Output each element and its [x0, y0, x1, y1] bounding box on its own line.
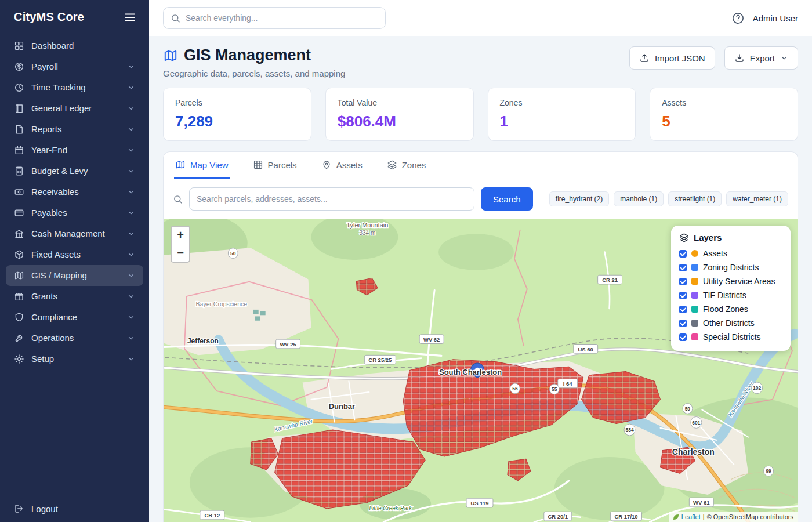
app-title: CityMS Core	[14, 10, 84, 24]
svg-text:CR 21: CR 21	[602, 277, 618, 283]
sidebar-item-payroll[interactable]: Payroll	[6, 56, 143, 77]
tab-map-view[interactable]: Map View	[174, 152, 230, 179]
svg-text:584: 584	[625, 427, 633, 433]
layer-swatch	[691, 306, 698, 313]
topbar: Admin User	[149, 0, 812, 36]
search-button[interactable]: Search	[481, 187, 533, 211]
tab-parcels[interactable]: Parcels	[252, 152, 298, 179]
svg-text:WV 62: WV 62	[423, 336, 440, 343]
chevron-down-icon	[127, 334, 135, 342]
svg-text:Tyler Mountain: Tyler Mountain	[346, 221, 388, 228]
sidebar: CityMS Core Dashboard Payroll Time Track…	[0, 0, 149, 522]
chip-manhole[interactable]: manhole (1)	[614, 191, 664, 206]
calculator-icon	[14, 166, 24, 176]
export-button[interactable]: Export	[724, 46, 798, 70]
sidebar-item-dashboard[interactable]: Dashboard	[6, 35, 143, 56]
checkbox-checked-icon[interactable]	[679, 292, 687, 299]
sidebar-item-year-end[interactable]: Year-End	[6, 140, 143, 161]
chip-streetlight[interactable]: streetlight (1)	[668, 191, 722, 206]
gear-icon	[14, 354, 24, 364]
download-icon	[734, 53, 745, 63]
layer-toggle-assets[interactable]: Assets	[679, 246, 782, 260]
sidebar-item-grants[interactable]: Grants	[6, 286, 143, 307]
global-search-input[interactable]	[186, 13, 378, 23]
checkbox-checked-icon[interactable]	[679, 250, 687, 258]
sidebar-item-cash-management[interactable]: Cash Management	[6, 223, 143, 244]
layer-toggle-flood-zones[interactable]: Flood Zones	[679, 302, 782, 316]
sidebar-item-reports[interactable]: Reports	[6, 119, 143, 140]
sidebar-item-general-ledger[interactable]: General Ledger	[6, 98, 143, 119]
layer-toggle-other-districts[interactable]: Other Districts	[679, 316, 782, 330]
sidebar-item-payables[interactable]: Payables	[6, 202, 143, 223]
leaflet-link[interactable]: Leaflet	[682, 513, 701, 520]
chip-fire-hydrant[interactable]: fire_hydrant (2)	[549, 191, 609, 206]
content: GIS Management Geographic data, parcels,…	[149, 36, 812, 522]
sidebar-item-setup[interactable]: Setup	[6, 349, 143, 369]
checkbox-checked-icon[interactable]	[679, 320, 687, 327]
svg-text:CR 20/1: CR 20/1	[548, 513, 568, 520]
page-subtitle: Geographic data, parcels, assets, and ma…	[163, 68, 345, 78]
svg-text:CR 12: CR 12	[204, 512, 220, 519]
zoom-out-button[interactable]: −	[172, 244, 189, 262]
asset-type-chips: fire_hydrant (2) manhole (1) streetlight…	[549, 191, 788, 206]
ledger-book-icon	[14, 103, 24, 114]
sidebar-item-time-tracking[interactable]: Time Tracking	[6, 77, 143, 98]
stat-card-zones: Zones 1	[488, 88, 636, 141]
layer-toggle-special-districts[interactable]: Special Districts	[679, 330, 782, 344]
chevron-down-icon	[780, 54, 788, 62]
menu-toggle-icon[interactable]	[124, 11, 136, 24]
bank-icon	[14, 229, 24, 239]
sidebar-item-label: Cash Management	[31, 228, 105, 240]
sidebar-item-label: Setup	[31, 353, 54, 365]
payroll-icon	[14, 61, 24, 72]
sidebar-item-gis-mapping[interactable]: GIS / Mapping	[6, 265, 143, 286]
upload-icon	[639, 53, 650, 63]
tab-assets[interactable]: Assets	[320, 152, 364, 179]
checkbox-checked-icon[interactable]	[679, 264, 687, 271]
layer-toggle-zoning-districts[interactable]: Zoning Districts	[679, 260, 782, 274]
sidebar-item-receivables[interactable]: Receivables	[6, 182, 143, 202]
banknote-icon	[14, 187, 24, 197]
svg-text:CR 17/10: CR 17/10	[615, 513, 638, 520]
topbar-right: Admin User	[731, 12, 798, 25]
wrench-icon	[14, 333, 24, 343]
checkbox-checked-icon[interactable]	[679, 306, 687, 313]
layer-toggle-tif-districts[interactable]: TIF Districts	[679, 288, 782, 302]
layer-label: Zoning Districts	[703, 263, 759, 272]
map-container[interactable]: Tyler Mountain 334 m Bayer Cropscience J…	[164, 219, 798, 522]
logout-icon	[14, 503, 24, 514]
sidebar-item-label: Reports	[31, 124, 62, 135]
checkbox-checked-icon[interactable]	[679, 278, 687, 285]
chevron-down-icon	[127, 167, 135, 175]
stat-value: 7,289	[175, 113, 299, 130]
gis-panel: Map View Parcels Assets Zones Sea	[163, 151, 798, 522]
chip-water-meter[interactable]: water_meter (1)	[726, 191, 788, 206]
layers-icon	[679, 233, 689, 242]
sidebar-item-label: Receivables	[31, 186, 79, 198]
stat-value: $806.4M	[338, 113, 462, 130]
svg-text:55: 55	[552, 386, 557, 392]
sidebar-item-label: Fixed Assets	[31, 249, 81, 260]
svg-text:US 60: US 60	[578, 346, 593, 352]
sidebar-item-operations[interactable]: Operations	[6, 328, 143, 349]
layer-toggle-utility-service-areas[interactable]: Utility Service Areas	[679, 274, 782, 288]
svg-text:Jefferson: Jefferson	[187, 337, 219, 345]
sidebar-item-compliance[interactable]: Compliance	[6, 307, 143, 328]
osm-attribution[interactable]: © OpenStreetMap contributors	[707, 513, 793, 520]
sidebar-item-fixed-assets[interactable]: Fixed Assets	[6, 244, 143, 265]
attribution-separator: |	[703, 513, 705, 520]
svg-text:102: 102	[753, 385, 761, 391]
parcel-search-input[interactable]	[189, 187, 474, 211]
logout-button[interactable]: Logout	[0, 495, 149, 522]
sidebar-item-budget-levy[interactable]: Budget & Levy	[6, 161, 143, 182]
tab-zones[interactable]: Zones	[386, 152, 427, 179]
global-search	[163, 7, 386, 29]
checkbox-checked-icon[interactable]	[679, 334, 687, 341]
import-json-button[interactable]: Import JSON	[629, 46, 715, 70]
layer-swatch	[691, 250, 698, 257]
map-icon	[175, 160, 186, 170]
zoom-in-button[interactable]: +	[172, 227, 189, 244]
sidebar-item-label: Payables	[31, 207, 67, 219]
shield-icon	[14, 312, 24, 322]
help-icon[interactable]	[731, 12, 745, 25]
